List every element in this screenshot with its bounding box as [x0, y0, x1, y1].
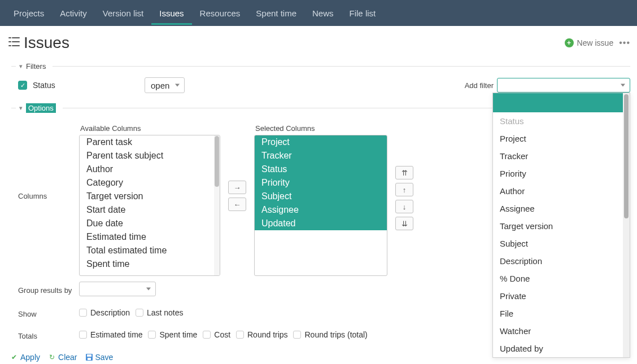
list-item[interactable]: Priority — [255, 176, 387, 190]
totals-cost-label: Cost — [214, 330, 230, 339]
list-item[interactable]: Start date — [80, 203, 220, 217]
status-filter-label: Status — [33, 81, 55, 90]
add-filter-dropdown: Status Project Tracker Priority Author A… — [492, 93, 630, 358]
list-item[interactable]: Parent task — [80, 135, 220, 149]
page-title: Issues — [24, 34, 69, 52]
group-by-label: Group results by — [18, 284, 79, 295]
chevron-down-icon: ▾ — [19, 63, 23, 70]
move-bottom-button[interactable]: ⇊ — [395, 217, 413, 230]
dropdown-item-priority[interactable]: Priority — [493, 165, 626, 182]
show-label: Show — [18, 308, 79, 318]
move-down-button[interactable]: ↓ — [395, 200, 413, 213]
nav-news[interactable]: News — [304, 2, 342, 25]
dropdown-item-assignee[interactable]: Assignee — [493, 200, 626, 217]
filters-legend: Filters — [26, 62, 46, 71]
totals-label: Totals — [18, 330, 79, 340]
totals-spent-checkbox[interactable] — [148, 331, 156, 339]
dropdown-item-private[interactable]: Private — [493, 287, 626, 305]
options-legend: Options — [26, 103, 56, 113]
more-actions-icon[interactable]: ••• — [619, 38, 630, 48]
reload-icon: ↻ — [48, 353, 56, 361]
totals-estimated-label: Estimated time — [90, 330, 143, 339]
available-columns-listbox[interactable]: Parent task Parent task subject Author C… — [79, 135, 220, 276]
list-item[interactable]: Category — [80, 176, 220, 190]
listbox-scrollbar[interactable] — [214, 135, 220, 275]
list-item[interactable]: Status — [255, 163, 387, 176]
add-filter-label: Add filter — [465, 81, 494, 90]
plus-icon: + — [565, 38, 574, 47]
check-icon: ✔ — [10, 353, 18, 361]
filters-fieldset[interactable]: ▾ Filters — [8, 62, 630, 71]
list-item[interactable]: Assignee — [255, 203, 387, 217]
move-up-button[interactable]: ↑ — [395, 183, 413, 196]
totals-roundtrips-label: Round trips — [247, 330, 288, 339]
list-item[interactable]: Author — [80, 163, 220, 176]
save-button[interactable]: Save — [85, 353, 114, 362]
dropdown-item-tracker[interactable]: Tracker — [493, 147, 626, 165]
move-top-button[interactable]: ⇈ — [395, 166, 413, 179]
dropdown-item-author[interactable]: Author — [493, 182, 626, 200]
totals-roundtrips-total-label: Round trips (total) — [304, 330, 367, 339]
list-item[interactable]: Project — [255, 135, 387, 149]
totals-roundtrips-checkbox[interactable] — [236, 331, 244, 339]
chevron-down-icon: ▾ — [19, 104, 23, 112]
list-item[interactable]: Due date — [80, 217, 220, 230]
nav-projects[interactable]: Projects — [6, 2, 52, 25]
dropdown-item-updated-by[interactable]: Updated by — [493, 340, 626, 357]
top-nav: Projects Activity Version list Issues Re… — [0, 0, 637, 26]
dropdown-item-project[interactable]: Project — [493, 130, 626, 147]
list-item[interactable]: Updated — [255, 217, 387, 230]
selected-columns-header: Selected Columns — [254, 124, 387, 133]
totals-roundtrips-total-checkbox[interactable] — [293, 331, 301, 339]
totals-estimated-checkbox[interactable] — [79, 331, 87, 339]
nav-file-list[interactable]: File list — [342, 2, 384, 25]
dropdown-item-percent-done[interactable]: % Done — [493, 270, 626, 287]
clear-button[interactable]: ↻ Clear — [48, 353, 77, 362]
list-item[interactable]: Tracker — [255, 149, 387, 163]
dropdown-item-target-version[interactable]: Target version — [493, 217, 626, 235]
totals-cost-checkbox[interactable] — [203, 331, 211, 339]
dropdown-item-subject[interactable]: Subject — [493, 235, 626, 252]
nav-activity[interactable]: Activity — [52, 2, 95, 25]
svg-rect-8 — [88, 358, 91, 360]
columns-label: Columns — [18, 124, 79, 200]
add-filter-select[interactable] — [497, 78, 630, 93]
available-columns-header: Available Columns — [79, 124, 220, 133]
show-description-label: Description — [90, 308, 130, 317]
save-icon — [85, 353, 93, 361]
svg-rect-7 — [87, 354, 91, 357]
list-item[interactable]: Estimated time — [80, 230, 220, 244]
dropdown-item-status: Status — [493, 112, 626, 130]
dropdown-scrollbar[interactable] — [623, 93, 630, 357]
dropdown-item-file[interactable]: File — [493, 305, 626, 322]
show-last-notes-label: Last notes — [147, 308, 184, 317]
group-by-select[interactable] — [79, 282, 156, 296]
list-item[interactable]: Spent time — [80, 257, 220, 271]
move-left-button[interactable]: ← — [228, 198, 246, 211]
list-item[interactable]: Parent task subject — [80, 149, 220, 163]
page-header: Issues + New issue ••• — [0, 26, 637, 58]
list-item[interactable]: Target version — [80, 190, 220, 203]
dropdown-item-blank[interactable] — [493, 93, 626, 112]
nav-version-list[interactable]: Version list — [95, 2, 152, 25]
nav-spent-time[interactable]: Spent time — [248, 2, 304, 25]
list-item[interactable]: Subject — [255, 190, 387, 203]
totals-spent-label: Spent time — [159, 330, 197, 339]
status-checkbox[interactable]: ✓ — [18, 81, 27, 90]
nav-issues[interactable]: Issues — [151, 2, 191, 25]
new-issue-button[interactable]: + New issue — [565, 38, 614, 47]
dropdown-item-description[interactable]: Description — [493, 252, 626, 270]
dropdown-item-watcher[interactable]: Watcher — [493, 322, 626, 340]
status-operator-select[interactable]: open — [145, 77, 185, 93]
show-last-notes-checkbox[interactable] — [136, 309, 143, 317]
show-description-checkbox[interactable] — [79, 309, 87, 317]
apply-button[interactable]: ✔ Apply — [10, 353, 40, 362]
issues-list-icon — [8, 36, 20, 50]
selected-columns-listbox[interactable]: Project Tracker Status Priority Subject … — [254, 135, 387, 276]
nav-resources[interactable]: Resources — [192, 2, 248, 25]
move-right-button[interactable]: → — [228, 181, 246, 194]
list-item[interactable]: Total estimated time — [80, 244, 220, 257]
